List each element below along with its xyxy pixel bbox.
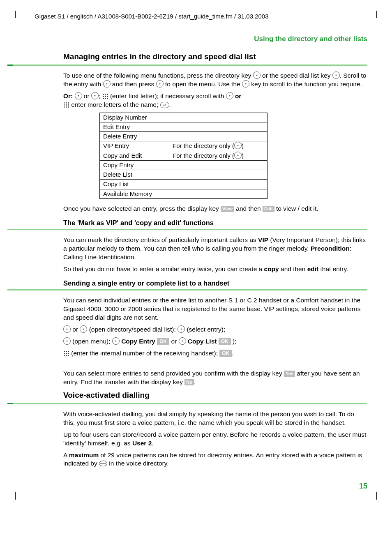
nav-icon xyxy=(234,152,242,159)
no-key: No xyxy=(184,379,194,385)
page-number: 15 xyxy=(25,481,367,491)
para-steps3: (enter the internal number of the receiv… xyxy=(63,349,367,358)
keypad-icon xyxy=(63,350,69,356)
table-row: Copy and Edit xyxy=(100,151,169,160)
heading-sending: Sending a single entry or complete list … xyxy=(63,279,367,288)
para-intro: To use one of the following menu functio… xyxy=(63,71,367,89)
heading-vip: The 'Mark as VIP' and 'copy and edit' fu… xyxy=(63,218,367,227)
header-path: Gigaset S1 / englisch / A31008-S001-B002… xyxy=(35,12,367,21)
nav-down-icon xyxy=(75,92,82,99)
lips-icon xyxy=(99,461,107,466)
para-more-entries: You can select more entries to send prov… xyxy=(63,369,367,387)
speed-dial-icon xyxy=(332,71,340,79)
view-key: View xyxy=(221,206,234,212)
nav-scroll-icon xyxy=(178,325,185,333)
para-voice2: Up to four users can store/record a voic… xyxy=(63,431,367,448)
table-row: Copy Entry xyxy=(100,160,169,170)
nav-scroll-icon xyxy=(179,337,186,345)
edit-key: Edit xyxy=(263,206,274,212)
table-row: Edit Entry xyxy=(100,122,169,131)
para-vip: You can mark the directory entries of pa… xyxy=(63,236,367,262)
para-voice1: With voice-activated dialling, you dial … xyxy=(63,410,367,427)
nav-right-icon xyxy=(63,337,71,345)
para-steps1: or (open directory/speed dial list); (se… xyxy=(63,325,367,334)
para-or: Or: or ; (enter first letter); if necess… xyxy=(63,92,367,109)
para-steps2: (open menu); Copy Entry OK or Copy List … xyxy=(63,337,367,346)
nav-scroll-icon xyxy=(226,92,233,99)
nav-scroll-icon xyxy=(103,80,111,88)
table-row: Display Number xyxy=(100,113,169,122)
nav-icon xyxy=(234,142,242,149)
nav-scroll-icon xyxy=(112,337,120,345)
nav-right-icon xyxy=(156,80,164,88)
para-copy-edit: So that you do not have to enter a simil… xyxy=(63,265,367,274)
heading-voice: Voice-activated dialling xyxy=(63,390,367,401)
speed-dial-icon xyxy=(80,325,87,333)
table-row: VIP Entry xyxy=(100,141,169,151)
ok-oval-icon: ↵ xyxy=(160,102,169,108)
yes-key: Yes xyxy=(284,371,295,377)
speed-dial-icon xyxy=(91,92,99,99)
para-view-edit: Once you have selected an entry, press t… xyxy=(63,205,367,213)
table-row: Delete List xyxy=(100,170,169,180)
ok-key: OK xyxy=(157,338,169,345)
table-row: Copy List xyxy=(100,180,169,189)
ok-key: OK xyxy=(219,350,232,357)
keypad-icon xyxy=(102,93,108,99)
table-row: Available Memory xyxy=(100,189,169,198)
menu-table: Display Number Edit Entry Delete Entry V… xyxy=(99,113,267,199)
nav-down-icon xyxy=(253,71,261,79)
para-sending: You can send individual entries or the e… xyxy=(63,296,367,322)
ok-key: OK xyxy=(219,338,231,345)
keypad-icon xyxy=(63,102,69,108)
section-title: Using the directory and other lists xyxy=(25,35,367,44)
heading-managing: Managing entries in the directory and sp… xyxy=(63,51,367,62)
nav-down-icon xyxy=(63,325,71,333)
nav-scroll-icon xyxy=(242,80,249,88)
table-row: Delete Entry xyxy=(100,132,169,141)
para-voice3: A maximum of 29 voice patterns can be st… xyxy=(63,451,367,468)
